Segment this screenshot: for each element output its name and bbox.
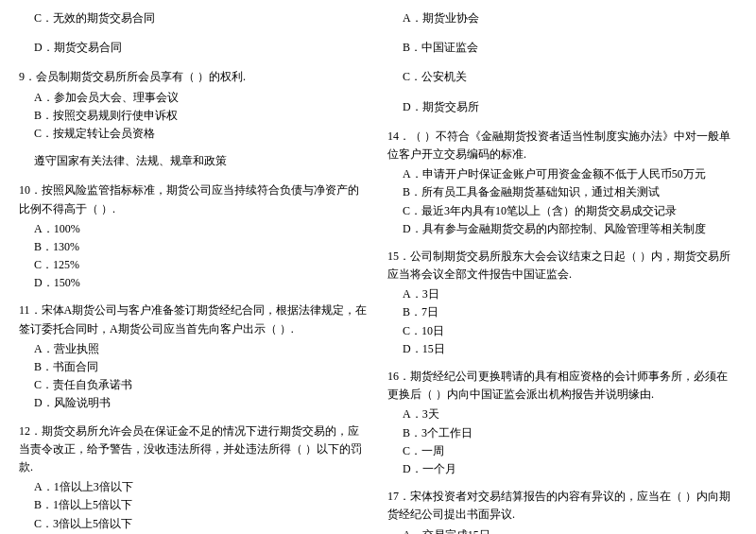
right-column: A．期货业协会 B．中国证监会 C．公安机关 D．期货交易所 14．（ ）不符合… — [387, 9, 737, 534]
q11-option-a: A．营业执照 — [19, 340, 369, 358]
q14-option-d: D．具有参与金融期货交易的内部控制、风险管理等相关制度 — [387, 220, 737, 238]
q9-option-a: A．参加会员大会、理事会议 — [19, 89, 369, 107]
q12-option-c: C．3倍以上5倍以下 — [19, 515, 369, 533]
comply-text: 遵守国家有关法律、法规、规章和政策 — [19, 152, 369, 170]
q17-text: 17．宋体投资者对交易结算报告的内容有异议的，应当在（ ）内向期货经纪公司提出书… — [387, 488, 737, 524]
q12-text: 12．期货交易所允许会员在保证金不足的情况下进行期货交易的，应当责令改正，给予警… — [19, 422, 369, 477]
question-17: 17．宋体投资者对交易结算报告的内容有异议的，应当在（ ）内向期货经纪公司提出书… — [387, 488, 737, 534]
q16-option-b: B．3个工作日 — [387, 424, 737, 442]
q10-option-a: A．100% — [19, 220, 369, 238]
q14-text: 14．（ ）不符合《金融期货投资者适当性制度实施办法》中对一般单位客户开立交易编… — [387, 128, 737, 164]
option-d-exchange: D．期货交易所 — [387, 98, 737, 116]
q9-option-c: C．按规定转让会员资格 — [19, 125, 369, 143]
question-11: 11．宋体A期货公司与客户准备签订期货经纪合同，根据法律规定，在签订委托合同时，… — [19, 301, 369, 412]
q16-option-c: C．一周 — [387, 442, 737, 460]
q12-option-a: A．1倍以上3倍以下 — [19, 478, 369, 496]
question-15: 15．公司制期货交易所股东大会会议结束之日起（ ）内，期货交易所应当将会议全部文… — [387, 248, 737, 358]
option-d-futures: D．期货交易合同 — [19, 39, 369, 57]
option-b-china: B．中国证监会 — [387, 39, 737, 57]
option-c-invalid: C．无效的期货交易合同 — [19, 9, 369, 27]
option-a-assoc: A．期货业协会 — [387, 9, 737, 27]
item-d-exchange: D．期货交易所 — [387, 98, 737, 118]
q16-option-a: A．3天 — [387, 405, 737, 423]
q17-option-a: A．交易完成15日 — [387, 526, 737, 535]
question-14: 14．（ ）不符合《金融期货投资者适当性制度实施办法》中对一般单位客户开立交易编… — [387, 128, 737, 238]
q9-option-b: B．按照交易规则行使申诉权 — [19, 107, 369, 125]
item-c-invalid: C．无效的期货交易合同 — [19, 9, 369, 29]
item-comply: 遵守国家有关法律、法规、规章和政策 — [19, 152, 369, 172]
q15-option-d: D．15日 — [387, 340, 737, 358]
item-a-assoc: A．期货业协会 — [387, 9, 737, 29]
q16-option-d: D．一个月 — [387, 460, 737, 478]
q11-option-c: C．责任自负承诺书 — [19, 376, 369, 394]
item-d-futures: D．期货交易合同 — [19, 39, 369, 59]
question-16: 16．期货经纪公司更换聘请的具有相应资格的会计师事务所，必须在更换后（ ）内向中… — [387, 368, 737, 478]
q10-option-d: D．150% — [19, 274, 369, 292]
page-container: C．无效的期货交易合同 D．期货交易合同 9．会员制期货交易所所会员享有（ ）的… — [19, 9, 737, 534]
q11-option-d: D．风险说明书 — [19, 394, 369, 412]
q14-option-a: A．申请开户时保证金账户可用资金金额不低于人民币50万元 — [387, 165, 737, 183]
question-10: 10．按照风险监管指标标准，期货公司应当持续符合负债与净资产的比例不得高于（ ）… — [19, 181, 369, 292]
q15-text: 15．公司制期货交易所股东大会会议结束之日起（ ）内，期货交易所应当将会议全部文… — [387, 248, 737, 284]
q11-text: 11．宋体A期货公司与客户准备签订期货经纪合同，根据法律规定，在签订委托合同时，… — [19, 301, 369, 337]
question-9: 9．会员制期货交易所所会员享有（ ）的权利. A．参加会员大会、理事会议 B．按… — [19, 68, 369, 143]
q10-option-c: C．125% — [19, 256, 369, 274]
q12-option-b: B．1倍以上5倍以下 — [19, 496, 369, 514]
q15-option-c: C．10日 — [387, 322, 737, 340]
question-12: 12．期货交易所允许会员在保证金不足的情况下进行期货交易的，应当责令改正，给予警… — [19, 422, 369, 534]
item-b-china: B．中国证监会 — [387, 39, 737, 59]
option-c-police: C．公安机关 — [387, 68, 737, 86]
q16-text: 16．期货经纪公司更换聘请的具有相应资格的会计师事务所，必须在更换后（ ）内向中… — [387, 368, 737, 404]
left-column: C．无效的期货交易合同 D．期货交易合同 9．会员制期货交易所所会员享有（ ）的… — [19, 9, 369, 534]
q9-text: 9．会员制期货交易所所会员享有（ ）的权利. — [19, 68, 369, 86]
q10-text: 10．按照风险监管指标标准，期货公司应当持续符合负债与净资产的比例不得高于（ ）… — [19, 181, 369, 217]
q15-option-a: A．3日 — [387, 285, 737, 303]
q14-option-c: C．最近3年内具有10笔以上（含）的期货交易成交记录 — [387, 202, 737, 220]
q14-option-b: B．所有员工具备金融期货基础知识，通过相关测试 — [387, 183, 737, 201]
q10-option-b: B．130% — [19, 238, 369, 256]
item-c-police: C．公安机关 — [387, 68, 737, 88]
main-columns: C．无效的期货交易合同 D．期货交易合同 9．会员制期货交易所所会员享有（ ）的… — [19, 9, 737, 534]
q15-option-b: B．7日 — [387, 303, 737, 321]
q11-option-b: B．书面合同 — [19, 358, 369, 376]
